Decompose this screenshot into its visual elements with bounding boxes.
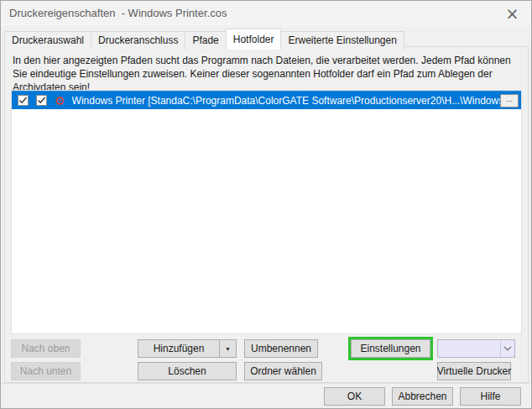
chevron-down-icon xyxy=(500,340,514,357)
title-bar: Druckereigenschaften - Windows Printer.c… xyxy=(1,1,531,26)
profile-dropdown-value xyxy=(438,340,500,357)
move-down-button[interactable]: Nach unten xyxy=(11,362,81,380)
tab-druckeranschluss[interactable]: Druckeranschluss xyxy=(91,31,185,50)
hotfolder-autoprint-checkbox[interactable] xyxy=(36,95,47,106)
add-dropdown-button[interactable]: ▼ xyxy=(219,339,237,358)
choose-folder-button[interactable]: Ordner wählen xyxy=(244,362,322,380)
close-button[interactable]: × xyxy=(493,1,531,26)
tab-druckerauswahl[interactable]: Druckerauswahl xyxy=(4,31,91,50)
gear-icon: ⚙ xyxy=(55,95,65,107)
ok-button[interactable]: OK xyxy=(324,387,385,406)
cancel-button[interactable]: Abbrechen xyxy=(392,387,453,406)
tab-pfade[interactable]: Pfade xyxy=(185,31,226,50)
tab-erweiterte-einstellungen[interactable]: Erweiterte Einstellungen xyxy=(280,31,404,50)
checkmark-icon xyxy=(18,96,28,105)
add-button[interactable]: Hinzufügen xyxy=(138,339,220,358)
footer-separator xyxy=(1,383,531,384)
close-icon: × xyxy=(506,4,519,23)
browse-path-button[interactable]: ... xyxy=(500,94,519,107)
tab-strip: Druckerauswahl Druckeranschluss Pfade Ho… xyxy=(4,29,404,50)
profile-dropdown[interactable] xyxy=(437,339,515,358)
settings-button[interactable]: Einstellungen xyxy=(351,339,430,358)
hotfolder-printer-name: Windows Printer [Standard] xyxy=(72,95,183,107)
rename-button[interactable]: Umbenennen xyxy=(244,339,318,358)
window-title: Druckereigenschaften - Windows Printer.c… xyxy=(9,1,227,26)
dropdown-arrow-icon: ▼ xyxy=(225,346,231,352)
hotfolder-description: In den hier angezeigten Pfaden sucht das… xyxy=(13,54,521,94)
delete-button[interactable]: Löschen xyxy=(138,362,237,380)
hotfolder-list[interactable]: ⚙ Windows Printer [Standard] C:\ProgramD… xyxy=(11,90,522,334)
hotfolder-row-selected[interactable]: ⚙ Windows Printer [Standard] C:\ProgramD… xyxy=(12,91,521,109)
checkmark-icon xyxy=(37,96,46,105)
virtual-printers-button[interactable]: Virtuelle Drucker xyxy=(437,362,511,380)
tab-hotfolder[interactable]: Hotfolder xyxy=(226,29,282,50)
help-button[interactable]: Hilfe xyxy=(460,387,521,406)
move-up-button[interactable]: Nach oben xyxy=(11,339,81,358)
hotfolder-active-checkbox[interactable] xyxy=(18,95,29,106)
hotfolder-path: C:\ProgramData\ColorGATE Software\Produc… xyxy=(183,95,500,107)
printer-properties-dialog: Druckereigenschaften - Windows Printer.c… xyxy=(0,0,532,409)
